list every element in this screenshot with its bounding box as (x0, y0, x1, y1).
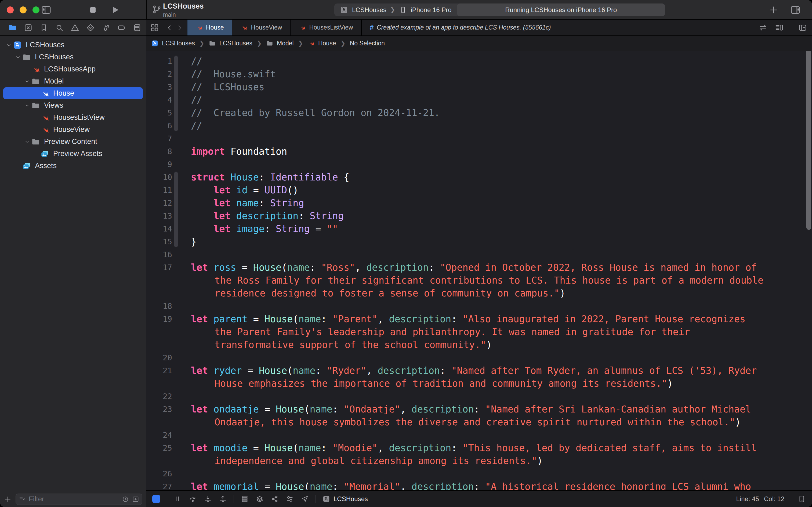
code-row-line-5[interactable]: 5// Created by Russell Gordon on 2024-11… (147, 106, 812, 119)
close-window-button[interactable] (7, 6, 14, 13)
line-number[interactable]: 25 (147, 442, 172, 454)
line-number[interactable]: 27 (147, 480, 172, 490)
line-number[interactable]: 12 (147, 196, 172, 210)
line-number[interactable]: 20 (147, 351, 172, 364)
source-control-change-bar[interactable] (174, 172, 178, 247)
run-button[interactable] (110, 5, 121, 15)
environment-overrides-icon[interactable] (285, 495, 294, 503)
device-icon[interactable] (798, 495, 806, 503)
code-row-line-21[interactable]: House emphasizes the importance of tradi… (147, 377, 812, 390)
share-nodes-icon[interactable] (271, 495, 279, 503)
add-file-button[interactable] (4, 495, 12, 503)
sidebar-item-preview-assets[interactable]: Preview Assets (3, 148, 143, 160)
forward-chevron-icon[interactable] (176, 24, 183, 32)
x-square-navigator-icon[interactable] (20, 23, 36, 32)
warning-navigator-icon[interactable] (67, 23, 83, 32)
code-row-line-4[interactable]: 4// (147, 94, 812, 106)
tab-created[interactable]: #Created example of an app to describe L… (361, 19, 559, 36)
line-number[interactable]: 22 (147, 390, 172, 403)
step-into-icon[interactable] (204, 495, 212, 503)
line-number[interactable]: 5 (147, 106, 172, 119)
line-number[interactable]: 21 (147, 364, 172, 377)
zoom-window-button[interactable] (33, 6, 40, 13)
line-number[interactable]: 13 (147, 210, 172, 222)
run-destination[interactable]: iPhone 16 Pro (411, 6, 452, 14)
code-row-line-20[interactable]: 20 (147, 351, 812, 364)
filter-menu-icon[interactable] (18, 496, 26, 503)
sidebar-item-houseview[interactable]: HouseView (3, 123, 143, 135)
code-row-line-10[interactable]: 10struct House: Identifiable { (147, 171, 812, 184)
sidebar-item-lcshousesapp[interactable]: LCSHousesApp (3, 63, 143, 75)
breadcrumb-item[interactable]: Model (277, 40, 294, 47)
code-row-line-17[interactable]: the Ross Family for their significant co… (147, 274, 812, 287)
memory-graph-icon[interactable] (255, 495, 264, 503)
minimap-icon[interactable] (775, 23, 784, 32)
code-row-line-22[interactable]: 22 (147, 390, 812, 403)
code-row-line-11[interactable]: 11 let id = UUID() (147, 184, 812, 196)
adjust-editor-icon[interactable] (759, 23, 768, 32)
source-control-change-bar[interactable] (174, 56, 178, 131)
sidebar-item-model[interactable]: Model (3, 75, 143, 87)
add-editor-icon[interactable] (798, 23, 807, 32)
code-row-line-19[interactable]: transformative support of the school com… (147, 338, 812, 351)
disclosure-chevron-icon[interactable] (5, 42, 13, 48)
code-row-line-21[interactable]: 21let ryder = House(name: "Ryder", descr… (147, 364, 812, 377)
line-number[interactable] (147, 338, 172, 351)
breadcrumb-item[interactable]: House (318, 40, 336, 47)
tab-houseview[interactable]: HouseView (232, 19, 290, 36)
folder-navigator-icon[interactable] (5, 23, 20, 32)
line-number[interactable] (147, 416, 172, 429)
line-number[interactable]: 4 (147, 94, 172, 106)
search-navigator-icon[interactable] (52, 23, 67, 32)
bookmark-navigator-icon[interactable] (36, 23, 52, 32)
line-number[interactable]: 3 (147, 80, 172, 94)
minimize-window-button[interactable] (19, 6, 26, 13)
disclosure-chevron-icon[interactable] (23, 78, 31, 84)
tab-house[interactable]: House (187, 19, 232, 36)
breadcrumb-item[interactable]: No Selection (350, 40, 385, 47)
code-row-line-13[interactable]: 13 let description: String (147, 210, 812, 222)
code-row-line-26[interactable]: 26 (147, 467, 812, 480)
line-number[interactable] (147, 274, 172, 287)
disclosure-chevron-icon[interactable] (14, 54, 22, 60)
code-row-line-19[interactable]: 19let parent = House(name: "Parent", des… (147, 313, 812, 326)
sidebar-item-views[interactable]: Views (3, 99, 143, 111)
view-hierarchy-icon[interactable] (240, 495, 249, 503)
scrollbar-thumb[interactable] (806, 51, 811, 230)
code-row-line-19[interactable]: the Parent Family's leadership and phila… (147, 326, 812, 338)
toggle-left-sidebar-icon[interactable] (41, 5, 52, 15)
line-number[interactable] (147, 326, 172, 338)
report-list-navigator-icon[interactable] (129, 23, 145, 32)
disclosure-chevron-icon[interactable] (23, 103, 31, 109)
code-row-line-7[interactable]: 7 (147, 132, 812, 145)
code-row-line-23[interactable]: Ondaatje, this house symbolizes the dive… (147, 416, 812, 429)
line-number[interactable]: 18 (147, 300, 172, 313)
source-control-filter-icon[interactable] (132, 496, 139, 503)
sidebar-item-preview-content[interactable]: Preview Content (3, 135, 143, 148)
code-row-line-8[interactable]: 8import Foundation (147, 145, 812, 158)
code-row-line-6[interactable]: 6// (147, 119, 812, 132)
code-row-line-3[interactable]: 3// LCSHouses (147, 80, 812, 94)
related-items-icon[interactable] (150, 23, 159, 32)
disclosure-chevron-icon[interactable] (23, 139, 31, 145)
line-number[interactable]: 8 (147, 145, 172, 158)
sidebar-item-house[interactable]: House (3, 87, 143, 99)
code-row-line-1[interactable]: 1// (147, 55, 812, 68)
breadcrumb-item[interactable]: LCSHouses (219, 40, 252, 47)
line-number[interactable]: 1 (147, 55, 172, 68)
tag-navigator-icon[interactable] (114, 23, 129, 32)
line-number[interactable]: 15 (147, 235, 172, 248)
line-number[interactable]: 24 (147, 429, 172, 442)
sidebar-item-houseslistview[interactable]: HousesListView (3, 111, 143, 123)
step-out-icon[interactable] (219, 495, 227, 503)
line-number[interactable]: 2 (147, 68, 172, 80)
line-number[interactable]: 16 (147, 248, 172, 261)
code-row-line-18[interactable]: 18 (147, 300, 812, 313)
line-number[interactable]: 11 (147, 184, 172, 196)
line-number[interactable] (147, 377, 172, 390)
code-row-line-23[interactable]: 23let ondaatje = House(name: "Ondaatje",… (147, 403, 812, 416)
line-number[interactable] (147, 454, 172, 467)
code-row-line-2[interactable]: 2// House.swift (147, 68, 812, 80)
code-row-line-9[interactable]: 9 (147, 158, 812, 171)
line-number[interactable]: 6 (147, 119, 172, 132)
